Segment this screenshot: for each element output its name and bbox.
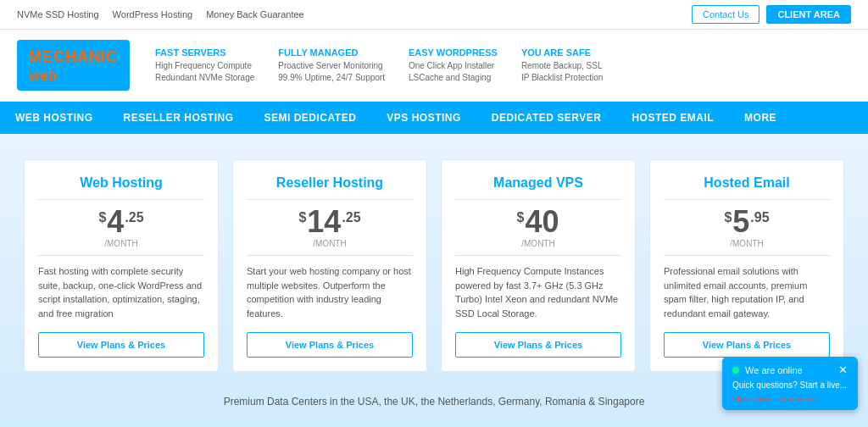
chat-status: We are online [732,365,803,375]
top-bar-buttons: Contact Us CLIENT AREA [692,5,851,24]
logo-main: MECHANIC [29,48,118,65]
price-web: $ 4 .25 /MONTH [38,199,204,256]
price-main-web: 4 [107,207,124,237]
price-vps: $ 40 /MONTH [455,199,621,256]
card-desc-web: Fast hosting with complete security suit… [38,264,204,320]
top-bar: NVMe SSD Hosting WordPress Hosting Money… [0,0,868,30]
price-main-vps: 40 [525,207,559,237]
topbar-link-nvme[interactable]: NVMe SSD Hosting [17,9,99,19]
contact-us-button[interactable]: Contact Us [692,5,760,24]
header-features: FAST SERVERS High Frequency Compute Redu… [155,47,851,84]
price-cents-reseller: .25 [342,210,360,225]
nav-hosted-email[interactable]: HOSTED EMAIL [616,102,729,134]
card-desc-vps: High Frequency Compute Instances powered… [455,264,621,320]
pricing-cards: Web Hosting $ 4 .25 /MONTH Fast hosting … [17,159,851,372]
price-email: $ 5 .95 /MONTH [664,199,830,256]
nav-web-hosting[interactable]: WEB HOSTING [0,102,108,134]
nav-vps-hosting[interactable]: VPS HOSTING [371,102,476,134]
price-period-vps: /MONTH [455,239,621,248]
top-bar-links: NVMe SSD Hosting WordPress Hosting Money… [17,9,304,19]
nav-more[interactable]: MORE [729,102,792,134]
logo-sub: web [29,69,58,83]
nav-dedicated-server[interactable]: DEDICATED SERVER [476,102,617,134]
view-plans-vps-button[interactable]: View Plans & Prices [455,332,621,358]
chat-close-button[interactable]: ✕ [838,363,848,376]
feature-fully-managed: FULLY MANAGED Proactive Server Monitorin… [278,47,385,84]
chat-widget[interactable]: We are online ✕ Quick questions? Start a… [722,357,858,410]
price-period-reseller: /MONTH [247,239,413,248]
chat-online-dot [732,367,739,374]
main-nav: WEB HOSTING RESELLER HOSTING SEMI DEDICA… [0,102,868,134]
price-cents-web: .25 [125,210,143,225]
view-plans-web-button[interactable]: View Plans & Prices [38,332,204,358]
price-dollar-reseller: $ [298,210,306,225]
client-area-button[interactable]: CLIENT AREA [766,5,851,24]
topbar-link-wordpress[interactable]: WordPress Hosting [113,9,193,19]
price-period-web: /MONTH [38,239,204,248]
nav-semi-dedicated[interactable]: SEMI DEDICATED [249,102,372,134]
view-plans-email-button[interactable]: View Plans & Prices [664,332,830,358]
chat-url: https://www.liuzhanuu.cn [732,395,848,403]
nav-reseller-hosting[interactable]: RESELLER HOSTING [108,102,249,134]
topbar-link-moneyback[interactable]: Money Back Guarantee [206,9,304,19]
view-plans-reseller-button[interactable]: View Plans & Prices [247,332,413,358]
header: MECHANIC web FAST SERVERS High Frequency… [0,30,868,102]
price-main-reseller: 14 [307,207,341,237]
price-cents-email: .95 [750,210,769,225]
card-managed-vps: Managed VPS $ 40 /MONTH High Frequency C… [441,159,636,372]
feature-fast-servers: FAST SERVERS High Frequency Compute Redu… [155,47,254,84]
feature-easy-wordpress: EASY WORDPRESS One Click App Installer L… [409,47,498,84]
card-desc-reseller: Start your web hosting company or host m… [247,264,413,320]
chat-message: Quick questions? Start a live... [732,380,848,391]
card-hosted-email: Hosted Email $ 5 .95 /MONTH Professional… [649,159,844,372]
logo[interactable]: MECHANIC web [17,40,130,91]
price-dollar-vps: $ [517,210,525,225]
price-dollar-email: $ [724,210,732,225]
price-dollar-web: $ [98,210,106,225]
price-period-email: /MONTH [664,239,830,248]
chat-header: We are online ✕ [732,363,848,376]
card-reseller-hosting: Reseller Hosting $ 14 .25 /MONTH Start y… [232,159,427,372]
card-web-hosting: Web Hosting $ 4 .25 /MONTH Fast hosting … [24,159,219,372]
card-desc-email: Professional email solutions with unlimi… [664,264,830,320]
feature-you-are-safe: YOU ARE SAFE Remote Backup, SSL IP Black… [521,47,604,84]
price-main-email: 5 [732,207,749,237]
price-reseller: $ 14 .25 /MONTH [247,199,413,256]
